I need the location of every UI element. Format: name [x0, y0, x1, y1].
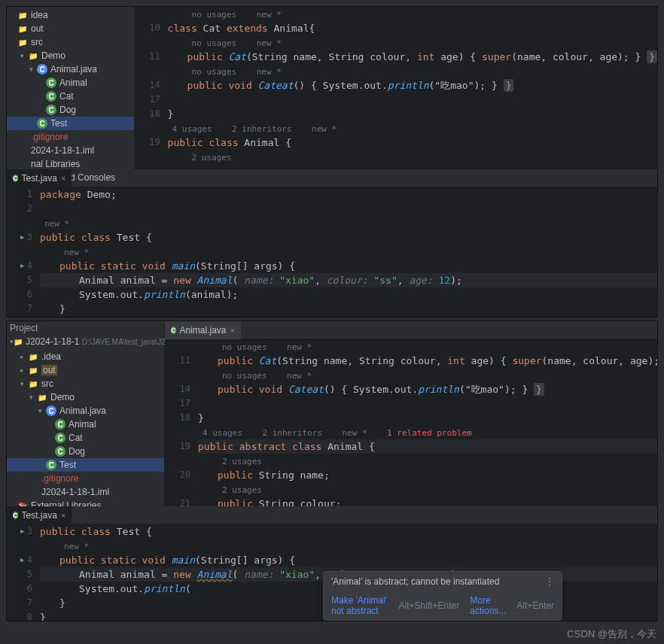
folder-icon: 📁 — [17, 23, 28, 34]
class-icon: C — [46, 77, 56, 88]
tree-item-cat[interactable]: CCat — [7, 90, 134, 103]
tree-item-2024-1-18-1-iml[interactable]: 2024-1-18-1.iml — [7, 144, 134, 157]
close-icon[interactable]: × — [230, 326, 235, 335]
tab-bar-animal: C Animal.java × — [165, 321, 658, 339]
tree-item-animal[interactable]: CAnimal — [7, 418, 164, 431]
folder-icon: 📁 — [28, 50, 38, 61]
tree-item-j2024-1-18-1-iml[interactable]: J2024-1-18-1.iml — [7, 485, 164, 499]
editor-test-top[interactable]: 12▶3▶45678 package Demo;new *public clas… — [7, 187, 657, 317]
folder-icon: 📁 — [14, 336, 23, 347]
project-root[interactable]: ▾📁 J2024-1-18-1 D:\JAVE.MA\test_java\J20… — [7, 335, 164, 348]
tree-item-animal-java[interactable]: ▾CAnimal.java — [7, 404, 164, 418]
shortcut-label: Alt+Enter — [516, 600, 554, 611]
tab-test-top[interactable]: C Test.java × — [7, 169, 72, 187]
java-icon: C — [46, 406, 56, 416]
tree-item-test[interactable]: CTest — [7, 458, 164, 472]
folder-icon: 📁 — [17, 37, 28, 47]
tree-item-src[interactable]: ▾📁src — [7, 377, 164, 390]
tree-item-src[interactable]: 📁src — [7, 35, 134, 49]
class-icon: C — [55, 419, 65, 430]
tree-item-animal-java[interactable]: ▾CAnimal.java — [7, 62, 134, 76]
close-icon[interactable]: × — [61, 174, 65, 183]
tree-item-dog[interactable]: CDog — [7, 445, 164, 458]
close-icon[interactable]: × — [61, 511, 65, 520]
project-tool-header[interactable]: Project — [7, 321, 164, 335]
tree-item-idea[interactable]: 📁idea — [7, 8, 134, 22]
watermark: CSDN @告别，今天 — [567, 627, 656, 641]
project-tree-bottom[interactable]: Project ▾📁 J2024-1-18-1 D:\JAVE.MA\test_… — [7, 321, 165, 506]
tree-item-dog[interactable]: CDog — [7, 103, 134, 117]
editor-animal-bot[interactable]: 11141718192021 no usages new *public Cat… — [165, 339, 658, 511]
tree-item-demo[interactable]: ▾📁Demo — [7, 390, 164, 404]
class-icon: C — [55, 433, 65, 443]
tab-bar-test-bot: C Test.java × — [7, 506, 657, 524]
folder-icon: 📁 — [37, 392, 47, 402]
top-frame: 📁idea📁out📁src▾📁Demo▾CAnimal.javaCAnimalC… — [6, 6, 658, 317]
tree-item--idea[interactable]: ▸📁.idea — [7, 350, 164, 363]
tree-item-demo[interactable]: ▾📁Demo — [7, 49, 134, 62]
tree-item-animal[interactable]: CAnimal — [7, 76, 134, 90]
tree-item-out[interactable]: ▸📁out — [7, 363, 164, 377]
shortcut-label: Alt+Shift+Enter — [399, 600, 460, 611]
quickfix-more-actions[interactable]: More actions... — [470, 595, 506, 616]
tree-item--gitignore[interactable]: .gitignore — [7, 472, 164, 485]
bottom-frame: Project ▾📁 J2024-1-18-1 D:\JAVE.MA\test_… — [6, 320, 658, 621]
tab-test-bot[interactable]: C Test.java × — [7, 506, 72, 524]
folder-icon: 📁 — [17, 10, 28, 20]
class-icon: C — [55, 446, 65, 457]
project-tree-top[interactable]: 📁idea📁out📁src▾📁Demo▾CAnimal.javaCAnimalC… — [7, 7, 135, 169]
class-icon: C — [37, 118, 47, 129]
folder-icon: 📁 — [28, 365, 38, 375]
quickfix-make-not-abstract[interactable]: Make 'Animal' not abstract — [331, 595, 388, 616]
folder-icon: 📁 — [28, 378, 38, 389]
tree-item-cat[interactable]: CCat — [7, 431, 164, 445]
java-icon: C — [37, 64, 47, 74]
popup-title: 'Animal' is abstract; cannot be instanti… — [331, 576, 499, 587]
class-icon: C — [171, 327, 176, 334]
editor-animal-top[interactable]: 101114171819 no usages new *class Cat ex… — [135, 7, 657, 169]
quick-fix-popup: 'Animal' is abstract; cannot be instanti… — [323, 571, 562, 621]
class-icon: C — [13, 512, 18, 519]
folder-icon: 📁 — [28, 351, 38, 362]
tab-label: Test.java — [22, 510, 57, 521]
tree-item-test[interactable]: CTest — [7, 117, 134, 130]
tree-item--gitignore[interactable]: .gitignore — [7, 130, 134, 144]
class-icon: C — [46, 460, 56, 470]
tab-label: Animal.java — [180, 325, 227, 336]
class-icon: C — [13, 175, 18, 182]
class-icon: C — [46, 91, 56, 102]
popup-more-icon[interactable]: ⋮ — [545, 576, 554, 587]
class-icon: C — [46, 105, 56, 115]
tab-label: Test.java — [22, 173, 57, 184]
tab-animal[interactable]: C Animal.java × — [165, 321, 241, 339]
tree-item-out[interactable]: 📁out — [7, 22, 134, 35]
